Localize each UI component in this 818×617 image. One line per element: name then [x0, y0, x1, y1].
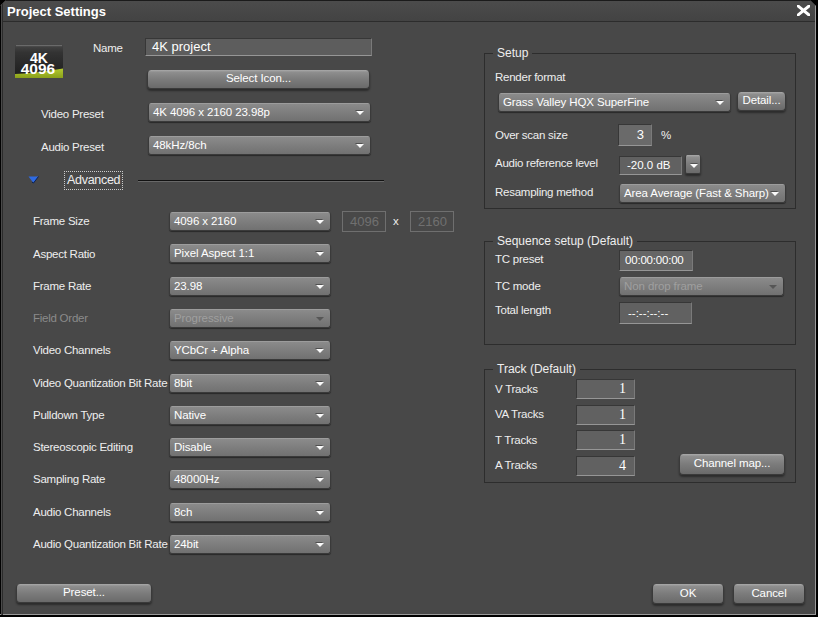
svg-text:4096: 4096	[21, 60, 56, 77]
